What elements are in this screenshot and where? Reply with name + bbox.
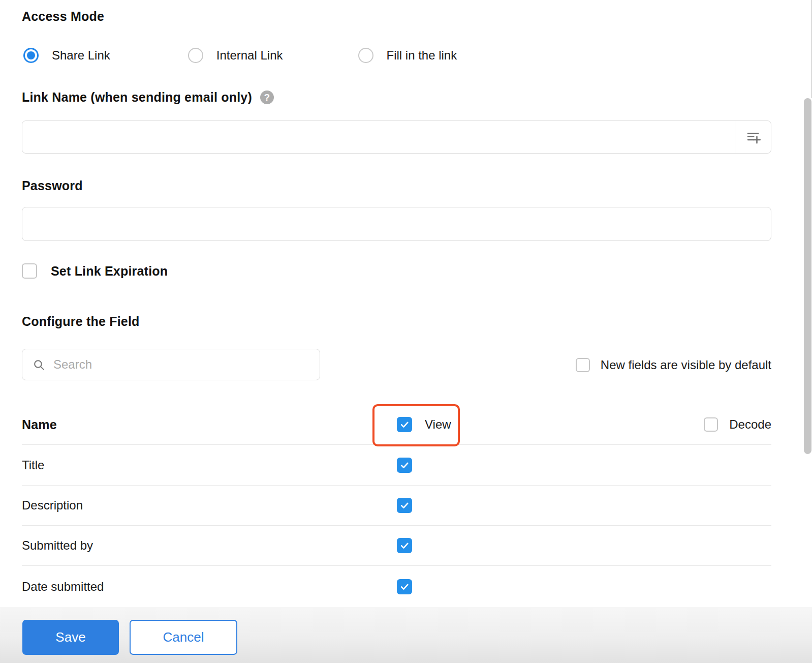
radio-fill-in-the-link[interactable]: Fill in the link — [358, 48, 457, 63]
field-name: Submitted by — [22, 538, 93, 553]
radio-fill-in-the-link-label: Fill in the link — [387, 48, 457, 63]
radio-unselected-icon[interactable] — [188, 48, 203, 63]
field-name: Title — [22, 458, 44, 472]
decode-column-label: Decode — [729, 417, 771, 432]
field-name: Date submitted — [22, 580, 104, 594]
table-row: Description — [22, 485, 771, 525]
insert-field-addon-button[interactable] — [735, 121, 771, 153]
password-heading: Password — [22, 178, 83, 193]
table-row: Title — [22, 445, 771, 485]
set-link-expiration-checkbox[interactable] — [22, 263, 37, 279]
radio-internal-link[interactable]: Internal Link — [188, 48, 283, 63]
view-header-highlight-box — [372, 404, 460, 446]
table-row: Submitted by — [22, 525, 771, 565]
save-button[interactable]: Save — [22, 620, 119, 655]
checkmark-icon — [399, 460, 410, 470]
view-checkbox[interactable] — [397, 538, 412, 553]
set-link-expiration-row[interactable]: Set Link Expiration — [22, 263, 168, 279]
new-fields-default-checkbox[interactable] — [576, 358, 590, 372]
cancel-button[interactable]: Cancel — [130, 620, 237, 655]
checkmark-icon — [399, 500, 410, 510]
search-icon — [33, 358, 45, 371]
insert-field-icon — [745, 130, 761, 145]
search-box[interactable] — [22, 349, 320, 380]
access-mode-heading: Access Mode — [22, 9, 104, 24]
radio-selected-icon[interactable] — [23, 48, 39, 63]
question-mark-icon[interactable]: ? — [260, 91, 274, 104]
view-checkbox[interactable] — [397, 458, 412, 473]
link-name-label-row: Link Name (when sending email only) ? — [22, 90, 274, 105]
radio-internal-link-label: Internal Link — [216, 48, 283, 63]
access-mode-radio-group: Share Link Internal Link Fill in the lin… — [23, 48, 457, 63]
scrollbar-thumb[interactable] — [804, 98, 811, 454]
set-link-expiration-label: Set Link Expiration — [51, 264, 168, 279]
new-fields-default-label: New fields are visible by default — [601, 358, 771, 372]
password-input[interactable] — [22, 207, 771, 241]
checkmark-icon — [399, 582, 410, 592]
link-name-label: Link Name (when sending email only) — [22, 90, 252, 105]
link-name-input-wrap — [22, 120, 771, 154]
configure-field-heading: Configure the Field — [22, 314, 140, 329]
checkmark-icon — [399, 540, 410, 551]
link-name-input[interactable] — [22, 121, 734, 153]
radio-unselected-icon[interactable] — [358, 48, 373, 63]
footer-bar: Save Cancel — [0, 607, 812, 663]
radio-share-link[interactable]: Share Link — [23, 48, 110, 63]
view-checkbox[interactable] — [397, 498, 412, 513]
name-column-header: Name — [22, 417, 57, 432]
decode-select-all-checkbox[interactable] — [704, 417, 718, 432]
decode-column-header: Decode — [704, 417, 771, 432]
radio-share-link-label: Share Link — [52, 48, 110, 63]
new-fields-default-row[interactable]: New fields are visible by default — [576, 358, 771, 372]
search-input[interactable] — [53, 357, 320, 372]
table-row: Date submitted — [22, 565, 771, 607]
field-name: Description — [22, 498, 83, 513]
view-checkbox[interactable] — [397, 579, 412, 594]
